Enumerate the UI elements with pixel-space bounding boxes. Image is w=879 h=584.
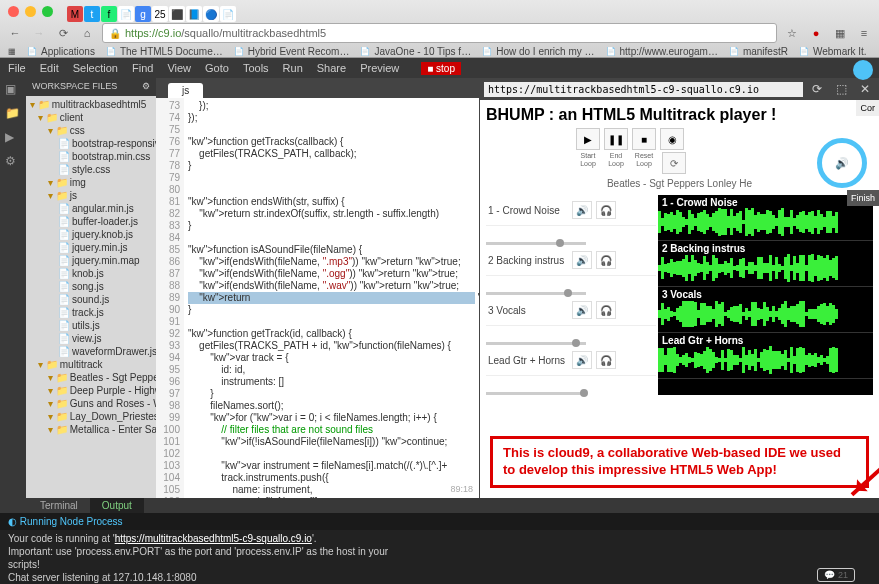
gear-icon[interactable]: ⚙ — [5, 154, 21, 170]
run-icon[interactable]: ▶ — [5, 130, 21, 146]
forward-button[interactable]: → — [30, 24, 48, 42]
mute-button[interactable]: 🔊 — [572, 351, 592, 369]
tree-item[interactable]: 📄 jquery.min.map — [28, 254, 154, 267]
waveform[interactable]: 3 Vocals — [658, 287, 873, 333]
tree-item[interactable]: ▾ 📁 Deep Purple - Highway S — [28, 384, 154, 397]
solo-button[interactable]: 🎧 — [596, 201, 616, 219]
bookmark-item[interactable]: 📄manifestR — [728, 45, 788, 57]
tree-item[interactable]: ▾ 📁 Metallica - Enter Sandm — [28, 423, 154, 436]
workspace-icon[interactable]: ▣ — [5, 82, 21, 98]
terminal-output[interactable]: Your code is running at 'https://multitr… — [0, 530, 879, 584]
mute-button[interactable]: 🔊 — [572, 201, 592, 219]
tree-item[interactable]: 📄 view.js — [28, 332, 154, 345]
bookmark-item[interactable]: 📄How do I enrich my … — [481, 45, 594, 57]
waveform[interactable]: 1 - Crowd Noise — [658, 195, 873, 241]
minimize-window-icon[interactable] — [25, 6, 36, 17]
tree-item[interactable]: ▾ 📁 js — [28, 189, 154, 202]
tree-item[interactable]: 📄 knob.js — [28, 267, 154, 280]
bookmark-item[interactable]: 📄http://www.eurogam… — [605, 45, 718, 57]
tree-item[interactable]: 📄 bootstrap-responsive.min — [28, 137, 154, 150]
bookmark-item[interactable]: 📄The HTML5 Docume… — [105, 45, 223, 57]
home-button[interactable]: ⌂ — [78, 24, 96, 42]
mute-button[interactable]: 🔊 — [572, 301, 592, 319]
tab-icon[interactable]: 📘 — [186, 6, 202, 22]
tree-item[interactable]: ▾ 📁 multitrack — [28, 358, 154, 371]
tree-item[interactable]: ▾ 📁 Guns and Roses - Welco — [28, 397, 154, 410]
waveform[interactable]: Lead Gtr + Horns — [658, 333, 873, 379]
ext-icon[interactable]: ● — [807, 24, 825, 42]
reload-button[interactable]: ⟳ — [54, 24, 72, 42]
menu-selection[interactable]: Selection — [73, 62, 118, 74]
record-button[interactable]: ◉ — [660, 128, 684, 150]
tree-item[interactable]: ▾ 📁 client — [28, 111, 154, 124]
menu-find[interactable]: Find — [132, 62, 153, 74]
tree-item[interactable]: 📄 utils.js — [28, 319, 154, 332]
tab-icon[interactable]: 📄 — [118, 6, 134, 22]
cloud9-logo-icon[interactable] — [853, 60, 873, 80]
star-icon[interactable]: ☆ — [783, 24, 801, 42]
tree-item[interactable]: 📄 waveformDrawer.js — [28, 345, 154, 358]
menu-preview[interactable]: Preview — [360, 62, 399, 74]
tab-icon[interactable]: t — [84, 6, 100, 22]
mute-button[interactable]: 🔊 — [572, 251, 592, 269]
waveform[interactable]: 2 Backing instrus — [658, 241, 873, 287]
solo-button[interactable]: 🎧 — [596, 301, 616, 319]
tree-item[interactable]: ▾ 📁 css — [28, 124, 154, 137]
tab-icon[interactable]: g — [135, 6, 151, 22]
tree-item[interactable]: ▾ 📁 multitrackbasedhtml5 — [28, 98, 154, 111]
tree-item[interactable]: 📄 angular.min.js — [28, 202, 154, 215]
tree-item[interactable]: 📄 bootstrap.min.css — [28, 150, 154, 163]
tab-icon[interactable]: ⬛ — [169, 6, 185, 22]
bookmark-item[interactable]: 📄Applications — [26, 45, 95, 57]
tree-item[interactable]: 📄 song.js — [28, 280, 154, 293]
tree-item[interactable]: 📄 buffer-loader.js — [28, 215, 154, 228]
tree-item[interactable]: 📄 style.css — [28, 163, 154, 176]
files-icon[interactable]: 📁 — [5, 106, 21, 122]
bookmark-item[interactable]: 📄JavaOne - 10 Tips f… — [359, 45, 471, 57]
solo-button[interactable]: 🎧 — [596, 351, 616, 369]
tree-item[interactable]: 📄 sound.js — [28, 293, 154, 306]
maximize-window-icon[interactable] — [42, 6, 53, 17]
menu-tools[interactable]: Tools — [243, 62, 269, 74]
pause-button[interactable]: ❚❚ — [604, 128, 628, 150]
address-bar[interactable]: 🔒 https://c9.io/squallo/multitrackbasedh… — [102, 23, 777, 43]
master-volume-knob[interactable]: 🔊 — [817, 138, 867, 188]
menu-view[interactable]: View — [167, 62, 191, 74]
menu-edit[interactable]: Edit — [40, 62, 59, 74]
stop-button[interactable]: ■ — [632, 128, 656, 150]
menu-share[interactable]: Share — [317, 62, 346, 74]
output-tab[interactable]: Output — [90, 498, 144, 513]
back-button[interactable]: ← — [6, 24, 24, 42]
stop-button[interactable]: ■ stop — [421, 62, 461, 75]
menu-run[interactable]: Run — [283, 62, 303, 74]
menu-goto[interactable]: Goto — [205, 62, 229, 74]
tab-icon[interactable]: 🔵 — [203, 6, 219, 22]
tab-icon[interactable]: f — [101, 6, 117, 22]
comment-bubble[interactable]: 💬 21 — [817, 568, 855, 582]
tree-item[interactable]: 📄 track.js — [28, 306, 154, 319]
tree-item[interactable]: 📄 jquery.min.js — [28, 241, 154, 254]
editor-tab[interactable]: js — [168, 83, 203, 98]
preview-url-input[interactable] — [484, 82, 803, 97]
play-button[interactable]: ▶ — [576, 128, 600, 150]
tab-icon[interactable]: 25 — [152, 6, 168, 22]
tree-item[interactable]: 📄 jquery.knob.js — [28, 228, 154, 241]
cor-tab[interactable]: Cor — [856, 100, 879, 116]
tree-item[interactable]: ▾ 📁 img — [28, 176, 154, 189]
loop-reload-button[interactable]: ⟳ — [662, 152, 686, 174]
volume-slider[interactable] — [486, 292, 586, 295]
ext-icon[interactable]: ▦ — [831, 24, 849, 42]
bookmark-item[interactable]: 📄Hybrid Event Recom… — [233, 45, 350, 57]
tab-icon[interactable]: 📄 — [220, 6, 236, 22]
volume-slider[interactable] — [486, 342, 586, 345]
menu-file[interactable]: File — [8, 62, 26, 74]
code-content[interactable]: }); }); "kw">function getTracks(callback… — [184, 98, 479, 498]
solo-button[interactable]: 🎧 — [596, 251, 616, 269]
tree-item[interactable]: ▾ 📁 Beatles - Sgt Peppers Lo — [28, 371, 154, 384]
volume-slider[interactable] — [486, 242, 586, 245]
close-window-icon[interactable] — [8, 6, 19, 17]
gear-icon[interactable]: ⚙ — [142, 81, 150, 93]
tree-item[interactable]: ▾ 📁 Lay_Down_Priestess — [28, 410, 154, 423]
popout-icon[interactable]: ⬚ — [831, 80, 851, 98]
tab-icon[interactable]: M — [67, 6, 83, 22]
